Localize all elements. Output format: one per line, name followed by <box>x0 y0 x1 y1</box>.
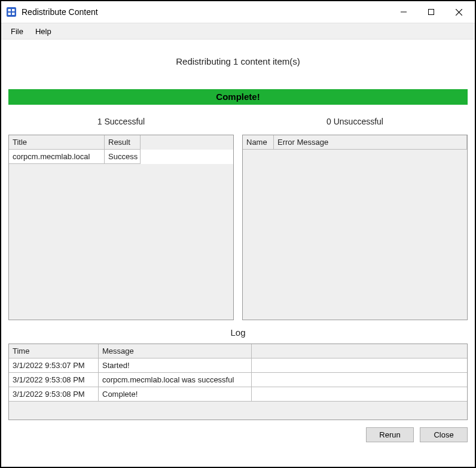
svg-rect-1 <box>8 9 11 11</box>
cell-message: Started! <box>99 358 252 373</box>
minimize-button[interactable] <box>390 2 417 22</box>
menubar: File Help <box>1 23 475 39</box>
successful-grid-body: corpcm.mecmlab.local Success <box>9 150 233 164</box>
titlebar: Redistribute Content <box>1 1 475 23</box>
svg-rect-4 <box>12 13 15 15</box>
col-spacer <box>252 344 467 358</box>
window-title: Redistribute Content <box>22 7 390 17</box>
cell-time: 3/1/2022 9:53:07 PM <box>9 358 99 373</box>
cell-time: 3/1/2022 9:53:08 PM <box>9 373 99 387</box>
log-label: Log <box>8 320 468 344</box>
col-name[interactable]: Name <box>243 135 274 150</box>
col-error[interactable]: Error Message <box>274 135 467 150</box>
col-title[interactable]: Title <box>9 135 105 150</box>
svg-rect-2 <box>12 9 15 11</box>
col-message[interactable]: Message <box>99 344 252 358</box>
table-row[interactable]: corpcm.mecmlab.local Success <box>9 150 233 164</box>
unsuccessful-grid-header: Name Error Message <box>243 135 467 150</box>
table-row[interactable]: 3/1/2022 9:53:08 PM Complete! <box>9 387 467 402</box>
heading-text: Redistributing 1 content item(s) <box>8 47 468 89</box>
successful-grid[interactable]: Title Result corpcm.mecmlab.local Succes… <box>8 135 234 320</box>
svg-rect-3 <box>8 13 11 15</box>
content-area: Redistributing 1 content item(s) Complet… <box>1 39 475 467</box>
cell-title: corpcm.mecmlab.local <box>9 150 105 164</box>
table-row[interactable]: 3/1/2022 9:53:08 PM corpcm.mecmlab.local… <box>9 373 467 387</box>
maximize-button[interactable] <box>417 2 445 22</box>
menu-help[interactable]: Help <box>29 25 57 38</box>
result-panels: 1 Successful Title Result corpcm.mecmlab… <box>8 111 468 320</box>
successful-grid-header: Title Result <box>9 135 233 150</box>
col-time[interactable]: Time <box>9 344 99 358</box>
svg-rect-0 <box>7 7 16 17</box>
close-button[interactable] <box>445 2 472 22</box>
cell-spacer <box>252 358 467 373</box>
unsuccessful-panel: 0 Unsuccessful Name Error Message <box>242 111 468 320</box>
cell-message: Complete! <box>99 387 252 402</box>
svg-rect-6 <box>429 10 434 15</box>
dialog-buttons: Rerun Close <box>8 420 468 442</box>
log-grid-header: Time Message <box>9 344 467 358</box>
unsuccessful-grid[interactable]: Name Error Message <box>242 135 468 320</box>
rerun-button[interactable]: Rerun <box>366 427 414 442</box>
log-grid[interactable]: Time Message 3/1/2022 9:53:07 PM Started… <box>8 344 468 420</box>
close-dialog-button[interactable]: Close <box>420 427 468 442</box>
cell-spacer <box>252 387 467 402</box>
app-icon <box>6 7 17 17</box>
cell-spacer <box>252 373 467 387</box>
col-result[interactable]: Result <box>105 135 141 150</box>
cell-time: 3/1/2022 9:53:08 PM <box>9 387 99 402</box>
cell-result: Success <box>105 150 141 164</box>
successful-panel: 1 Successful Title Result corpcm.mecmlab… <box>8 111 234 320</box>
table-row[interactable]: 3/1/2022 9:53:07 PM Started! <box>9 358 467 373</box>
unsuccessful-label: 0 Unsuccessful <box>242 111 468 135</box>
successful-label: 1 Successful <box>8 111 234 135</box>
cell-message: corpcm.mecmlab.local was successful <box>99 373 252 387</box>
status-banner: Complete! <box>8 89 468 105</box>
log-grid-body: 3/1/2022 9:53:07 PM Started! 3/1/2022 9:… <box>9 358 467 402</box>
menu-file[interactable]: File <box>5 25 29 38</box>
window-controls <box>390 2 472 22</box>
